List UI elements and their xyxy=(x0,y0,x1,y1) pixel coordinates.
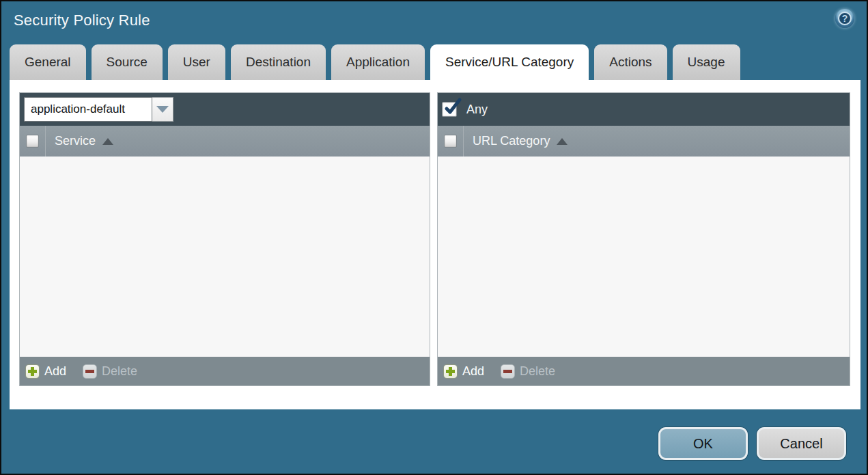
service-panel: application-default Service xyxy=(19,92,430,386)
url-category-list[interactable] xyxy=(438,157,850,357)
service-column-label: Service xyxy=(55,134,96,148)
tab-user[interactable]: User xyxy=(168,44,225,80)
tab-general[interactable]: General xyxy=(10,44,86,80)
dialog-title: Security Policy Rule xyxy=(14,12,150,29)
tab-actions[interactable]: Actions xyxy=(594,44,667,80)
add-icon[interactable] xyxy=(25,364,40,379)
url-category-column-header[interactable]: URL Category xyxy=(438,126,850,157)
any-checkbox-label[interactable]: Any xyxy=(466,103,488,117)
help-button[interactable]: ? xyxy=(835,9,854,28)
url-category-add-button[interactable]: Add xyxy=(462,364,484,379)
service-type-dropdown-button[interactable] xyxy=(152,97,173,122)
service-footer: Add Delete xyxy=(20,357,430,385)
chevron-down-icon xyxy=(156,106,169,113)
url-category-select-all-checkbox[interactable] xyxy=(444,135,457,148)
sort-ascending-icon xyxy=(102,138,113,145)
url-category-column-label: URL Category xyxy=(473,134,550,148)
service-type-dropdown[interactable]: application-default xyxy=(24,97,173,122)
service-toolbar: application-default xyxy=(20,93,430,126)
url-category-delete-button: Delete xyxy=(520,364,555,379)
security-policy-rule-dialog: Security Policy Rule ? General Source Us… xyxy=(0,0,868,475)
tab-bar: General Source User Destination Applicat… xyxy=(10,44,740,80)
any-checkbox[interactable] xyxy=(442,102,457,117)
url-category-toolbar: Any xyxy=(438,93,850,126)
cancel-button[interactable]: Cancel xyxy=(757,427,846,460)
delete-icon xyxy=(501,364,515,379)
service-list[interactable] xyxy=(20,157,430,357)
help-icon: ? xyxy=(838,12,852,25)
service-column-header[interactable]: Service xyxy=(20,126,430,157)
tab-source[interactable]: Source xyxy=(92,44,163,80)
delete-icon xyxy=(83,364,97,379)
tab-content: application-default Service xyxy=(10,80,860,409)
sort-ascending-icon xyxy=(557,138,568,145)
service-delete-button: Delete xyxy=(102,364,137,379)
url-category-panel: Any URL Category Add Delete xyxy=(437,92,850,386)
add-icon[interactable] xyxy=(443,364,458,379)
tab-usage[interactable]: Usage xyxy=(673,44,740,80)
tab-destination[interactable]: Destination xyxy=(231,44,326,80)
service-select-all-checkbox[interactable] xyxy=(26,135,39,148)
ok-button[interactable]: OK xyxy=(658,427,748,460)
service-type-dropdown-value: application-default xyxy=(24,97,152,122)
tab-service-url-category[interactable]: Service/URL Category xyxy=(430,44,589,80)
url-category-footer: Add Delete xyxy=(438,357,850,385)
tab-application[interactable]: Application xyxy=(331,44,425,80)
service-add-button[interactable]: Add xyxy=(44,364,66,379)
